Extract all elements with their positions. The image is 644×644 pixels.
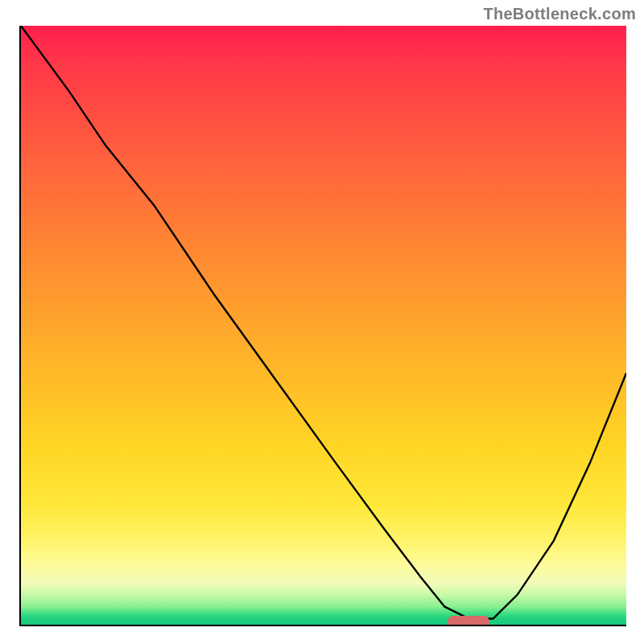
attribution-watermark: TheBottleneck.com <box>483 5 636 23</box>
minimum-marker <box>448 616 489 626</box>
chart-frame: TheBottleneck.com <box>0 0 644 644</box>
plot-area <box>19 26 626 626</box>
bottleneck-curve-path <box>21 26 626 619</box>
curve-layer <box>21 26 626 625</box>
